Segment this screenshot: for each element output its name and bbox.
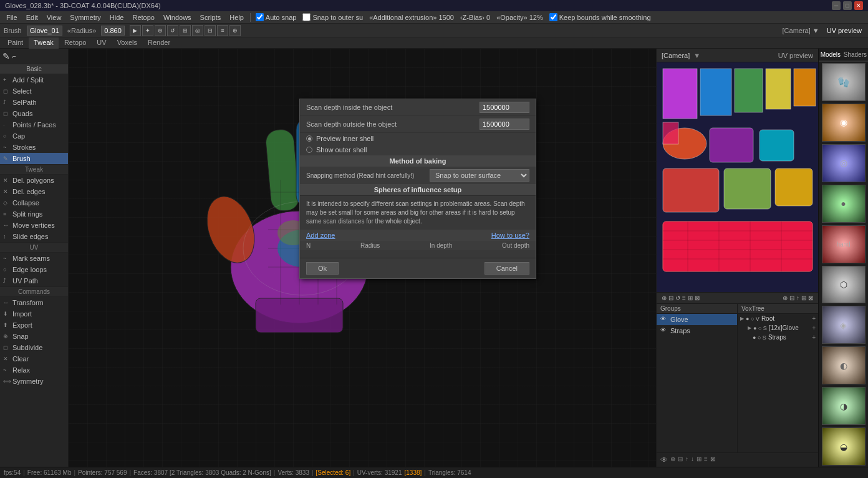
- tab-retopo[interactable]: Retopo: [59, 37, 91, 49]
- menu-edit[interactable]: Edit: [22, 12, 42, 22]
- scene-icon-r1[interactable]: ⊕: [783, 295, 788, 301]
- tab-voxels[interactable]: Voxels: [112, 37, 142, 49]
- sidebar-item-selpath[interactable]: ⤴SelPath: [0, 97, 68, 108]
- menu-hide[interactable]: Hide: [106, 12, 128, 22]
- model-thumb-1[interactable]: 🧤: [822, 63, 866, 101]
- group-item-glove[interactable]: 👁 Glove: [657, 314, 737, 325]
- shaders-tab[interactable]: Shaders: [842, 49, 868, 61]
- toolbar-icon-5[interactable]: ⊞: [180, 25, 191, 36]
- voxtree-glove[interactable]: ▶ ● ○ S [12x]Glove +: [738, 323, 818, 333]
- sidebar-item-strokes[interactable]: ~Strokes: [0, 142, 68, 153]
- close-button[interactable]: ✕: [854, 1, 863, 10]
- brush-name[interactable]: Glove_01: [27, 26, 62, 36]
- scene-bottom-icon-4[interactable]: ↑: [685, 456, 688, 464]
- menu-symmetry[interactable]: Symmetry: [66, 12, 105, 22]
- scene-icon-1[interactable]: ⊕: [662, 295, 667, 301]
- ok-button[interactable]: Ok: [306, 262, 339, 275]
- scene-bottom-icon-1[interactable]: 👁: [660, 456, 668, 464]
- scene-icon-r2[interactable]: ⊟: [789, 295, 794, 301]
- how-to-use-link[interactable]: How to use?: [491, 232, 529, 239]
- sidebar-item-subdivide[interactable]: ◻Subdivide: [0, 342, 68, 353]
- toolbar-icon-9[interactable]: ⊕: [229, 25, 241, 36]
- group-item-straps[interactable]: 👁 Straps: [657, 325, 737, 336]
- voxtree-root-add[interactable]: +: [812, 315, 816, 322]
- preview-inner-radio[interactable]: [306, 135, 312, 142]
- tab-uv[interactable]: UV: [92, 37, 111, 49]
- scene-bottom-icon-8[interactable]: ⊠: [710, 456, 715, 464]
- maximize-button[interactable]: □: [843, 1, 852, 10]
- sidebar-item-select[interactable]: ◻Select: [0, 85, 68, 97]
- sidebar-item-add-split[interactable]: +Add / Split: [0, 74, 68, 85]
- toolbar-icon-8[interactable]: ≡: [217, 25, 228, 36]
- sidebar-item-symmetry[interactable]: ⟺Symmetry: [0, 376, 68, 387]
- toolbar-icon-4[interactable]: ↺: [167, 25, 178, 36]
- model-thumb-3[interactable]: ◎: [822, 144, 866, 182]
- model-thumb-7[interactable]: ◈: [822, 306, 866, 344]
- keep-bounds-checkbox[interactable]: Keep bounds while smoothing: [547, 12, 653, 22]
- sidebar-item-uv-path[interactable]: ⤴UV Path: [0, 275, 68, 286]
- glove-eye-icon[interactable]: 👁: [660, 316, 668, 323]
- auto-snap-checkbox[interactable]: Auto snap: [253, 12, 299, 22]
- tab-paint[interactable]: Paint: [2, 37, 28, 49]
- menu-view[interactable]: View: [43, 12, 65, 22]
- sidebar-item-transform[interactable]: ↔Transform: [0, 297, 68, 308]
- snap-to-outer-checkbox[interactable]: Snap to outer su: [300, 12, 365, 22]
- voxtree-glove-add[interactable]: +: [812, 324, 816, 331]
- add-zone-link[interactable]: Add zone: [306, 232, 335, 239]
- sidebar-item-relax[interactable]: ~Relax: [0, 364, 68, 376]
- scan-depth-outside-input[interactable]: [480, 119, 529, 130]
- straps-eye-icon[interactable]: 👁: [660, 327, 668, 334]
- sidebar-item-quads[interactable]: ◻Quads: [0, 108, 68, 119]
- sidebar-item-brush[interactable]: ✎Brush: [0, 153, 68, 164]
- sidebar-item-points-faces[interactable]: ·Points / Faces: [0, 119, 68, 130]
- scene-icon-6[interactable]: ⊠: [695, 295, 700, 301]
- sidebar-item-mark-seams[interactable]: ~Mark seams: [0, 253, 68, 264]
- sidebar-item-import[interactable]: ⬇Import: [0, 308, 68, 319]
- canvas-area[interactable]: Scan depth inside the object Scan depth …: [69, 49, 656, 467]
- show-outer-radio[interactable]: [306, 147, 312, 153]
- scene-icon-4[interactable]: ≡: [682, 295, 686, 301]
- voxtree-straps-add[interactable]: +: [812, 334, 816, 341]
- sidebar-item-clear[interactable]: ✕Clear: [0, 353, 68, 364]
- sidebar-item-del-edges[interactable]: ✕Del. edges: [0, 186, 68, 197]
- menu-windows[interactable]: Windows: [160, 12, 195, 22]
- scene-bottom-icon-2[interactable]: ⊕: [670, 456, 675, 464]
- toolbar-icon-1[interactable]: ▶: [130, 25, 141, 36]
- scene-bottom-icon-5[interactable]: ↓: [691, 456, 694, 464]
- tab-render[interactable]: Render: [143, 37, 175, 49]
- scene-icon-3[interactable]: ↺: [675, 295, 680, 301]
- scene-icon-r5[interactable]: ⊠: [808, 295, 813, 301]
- menu-retopo[interactable]: Retopo: [128, 12, 158, 22]
- scene-icon-5[interactable]: ⊞: [688, 295, 693, 301]
- minimize-button[interactable]: ─: [832, 1, 841, 10]
- scene-icon-r4[interactable]: ⊞: [801, 295, 806, 301]
- menu-help[interactable]: Help: [226, 12, 248, 22]
- scene-icon-r3[interactable]: ↑: [796, 295, 799, 301]
- sidebar-item-move-vertices[interactable]: ↔Move vertices: [0, 220, 68, 231]
- model-thumb-2[interactable]: ◉: [822, 104, 866, 142]
- menu-file[interactable]: File: [2, 12, 21, 22]
- toolbar-icon-2[interactable]: ✦: [142, 25, 153, 36]
- scan-depth-inside-input[interactable]: [480, 102, 529, 113]
- sidebar-item-del-polygons[interactable]: ✕Del. polygons: [0, 175, 68, 186]
- toolbar-icon-7[interactable]: ⊟: [205, 25, 216, 36]
- toolbar-icon-6[interactable]: ◎: [192, 25, 203, 36]
- sidebar-item-edge-loops[interactable]: ○Edge loops: [0, 264, 68, 275]
- radius-value[interactable]: 0.860: [101, 26, 125, 36]
- cancel-button[interactable]: Cancel: [485, 262, 529, 275]
- scene-bottom-icon-6[interactable]: ⊞: [697, 456, 702, 464]
- sidebar-item-snap[interactable]: ⊕Snap: [0, 331, 68, 342]
- model-thumb-6[interactable]: ⬡: [822, 266, 866, 304]
- sidebar-item-collapse[interactable]: ◇Collapse: [0, 197, 68, 208]
- sidebar-item-export[interactable]: ⬆Export: [0, 319, 68, 331]
- snapping-method-select[interactable]: Snap to outer surface: [430, 169, 529, 182]
- scene-bottom-icon-7[interactable]: ≡: [704, 456, 708, 464]
- model-thumb-10[interactable]: ◒: [822, 427, 866, 466]
- sidebar-item-slide-edges[interactable]: ↕Slide edges: [0, 231, 68, 242]
- sidebar-item-cap[interactable]: ○Cap: [0, 130, 68, 142]
- model-thumb-4[interactable]: ●: [822, 185, 866, 223]
- voxtree-root[interactable]: ▶ ● ○ V Root +: [738, 314, 818, 323]
- model-thumb-5[interactable]: hand: [822, 225, 866, 263]
- sidebar-item-split-rings[interactable]: ≡Split rings: [0, 208, 68, 220]
- voxtree-straps[interactable]: ● ○ S Straps +: [738, 333, 818, 342]
